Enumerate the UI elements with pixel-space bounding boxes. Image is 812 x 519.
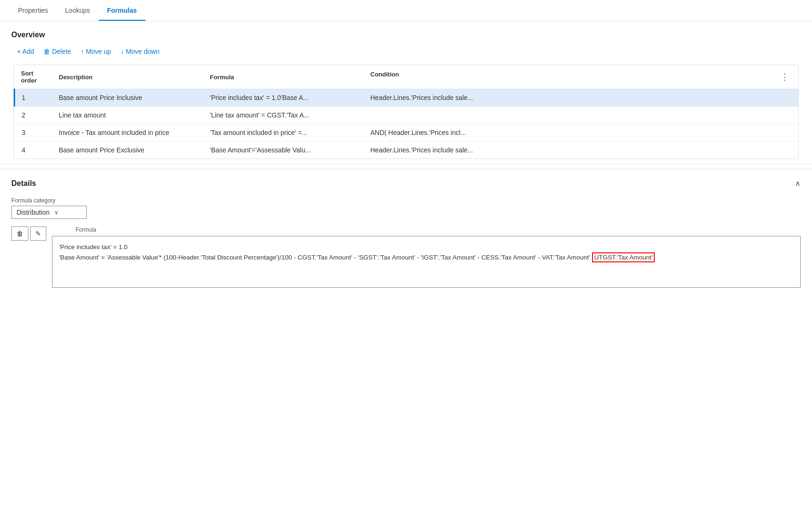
cell-formula: 'Tax amount included in price' =... bbox=[203, 124, 364, 142]
trash-icon: 🗑 bbox=[17, 230, 23, 237]
cell-description: Base amount Price Exclusive bbox=[52, 142, 203, 159]
formula-line2: 'Base Amount' = 'Assessable Value'* (100… bbox=[59, 254, 512, 261]
section-divider bbox=[0, 164, 812, 164]
overview-table-wrapper: Sort order Description Formula Condition… bbox=[13, 65, 799, 159]
cell-sort: 1 bbox=[15, 89, 52, 107]
cell-formula: 'Base Amount'='Assessable Valu... bbox=[203, 142, 364, 159]
edit-icon: ✎ bbox=[35, 230, 41, 237]
formula-box: 'Price includes tax' = 1.0 'Base Amount'… bbox=[52, 236, 801, 288]
tab-lookups[interactable]: Lookups bbox=[57, 0, 99, 21]
tab-formulas[interactable]: Formulas bbox=[99, 0, 145, 21]
formula-category-value: Distribution bbox=[17, 209, 50, 216]
cell-condition: Header.Lines.'Prices include sale... bbox=[364, 89, 799, 107]
formula-line3: Amount' - VAT.'Tax Amount' bbox=[513, 254, 590, 261]
cell-description: Invoice - Tax amount included in price bbox=[52, 124, 203, 142]
formula-line1: 'Price includes tax' = 1.0 bbox=[59, 243, 127, 251]
table-body: 1Base amount Price Inclusive'Price inclu… bbox=[15, 89, 799, 159]
select-chevron-icon: ∨ bbox=[54, 209, 59, 216]
page-container: Properties Lookups Formulas Overview + A… bbox=[0, 0, 812, 519]
move-down-button[interactable]: ↓ Move down bbox=[117, 46, 163, 57]
formula-category-field: Formula category Distribution ∨ bbox=[11, 197, 801, 219]
add-button[interactable]: + Add bbox=[13, 46, 38, 57]
col-header-formula: Formula bbox=[203, 65, 364, 89]
tab-properties[interactable]: Properties bbox=[9, 0, 57, 21]
formula-text: 'Price includes tax' = 1.0 'Base Amount'… bbox=[59, 242, 794, 262]
cell-formula: 'Price includes tax' = 1.0'Base A... bbox=[203, 89, 364, 107]
cell-sort: 4 bbox=[15, 142, 52, 159]
details-title: Details bbox=[11, 179, 36, 188]
formula-icon-buttons: 🗑 ✎ bbox=[11, 226, 46, 244]
formula-edit-button[interactable]: ✎ bbox=[30, 226, 46, 241]
overview-section: Overview + Add 🗑 Delete ↑ Move up ↓ Move… bbox=[0, 21, 812, 164]
tabs-bar: Properties Lookups Formulas bbox=[0, 0, 812, 21]
details-section: Details ∧ Formula category Distribution … bbox=[0, 169, 812, 297]
cell-condition bbox=[364, 107, 799, 124]
cell-sort: 2 bbox=[15, 107, 52, 124]
formula-delete-button[interactable]: 🗑 bbox=[11, 226, 28, 241]
col-header-condition: Condition ⋮ bbox=[364, 65, 799, 89]
formula-highlighted: UTGST.'Tax Amount' bbox=[592, 252, 655, 262]
formula-content-area: Formula 'Price includes tax' = 1.0 'Base… bbox=[52, 226, 801, 288]
formula-actions: 🗑 ✎ bbox=[11, 226, 46, 241]
table-header-row: Sort order Description Formula Condition… bbox=[15, 65, 799, 89]
formula-category-label: Formula category bbox=[11, 197, 801, 204]
formula-label: Formula bbox=[76, 226, 801, 233]
move-up-icon: ↑ bbox=[81, 48, 84, 55]
cell-description: Line tax amount bbox=[52, 107, 203, 124]
overview-table: Sort order Description Formula Condition… bbox=[14, 65, 798, 159]
table-row[interactable]: 2Line tax amount'Line tax amount' = CGST… bbox=[15, 107, 799, 124]
delete-icon: 🗑 bbox=[43, 48, 50, 55]
formula-row: 🗑 ✎ Formula 'Price includes tax' = 1.0 '… bbox=[11, 226, 801, 288]
cell-condition: AND( Header.Lines.'Prices incl... bbox=[364, 124, 799, 142]
formula-category-select[interactable]: Distribution ∨ bbox=[11, 206, 87, 219]
details-collapse-icon[interactable]: ∧ bbox=[795, 179, 801, 188]
cell-condition: Header.Lines.'Prices include sale... bbox=[364, 142, 799, 159]
delete-button[interactable]: 🗑 Delete bbox=[40, 46, 75, 57]
overview-title: Overview bbox=[11, 31, 801, 39]
cell-description: Base amount Price Inclusive bbox=[52, 89, 203, 107]
table-row[interactable]: 1Base amount Price Inclusive'Price inclu… bbox=[15, 89, 799, 107]
cell-sort: 3 bbox=[15, 124, 52, 142]
col-header-sort: Sort order bbox=[15, 65, 52, 89]
table-more-button[interactable]: ⋮ bbox=[778, 71, 792, 83]
overview-toolbar: + Add 🗑 Delete ↑ Move up ↓ Move down bbox=[11, 46, 801, 57]
move-up-button[interactable]: ↑ Move up bbox=[77, 46, 115, 57]
col-header-description: Description bbox=[52, 65, 203, 89]
details-header: Details ∧ bbox=[11, 179, 801, 188]
table-row[interactable]: 4Base amount Price Exclusive'Base Amount… bbox=[15, 142, 799, 159]
move-down-icon: ↓ bbox=[120, 48, 124, 55]
cell-formula: 'Line tax amount' = CGST.'Tax A... bbox=[203, 107, 364, 124]
table-row[interactable]: 3Invoice - Tax amount included in price'… bbox=[15, 124, 799, 142]
